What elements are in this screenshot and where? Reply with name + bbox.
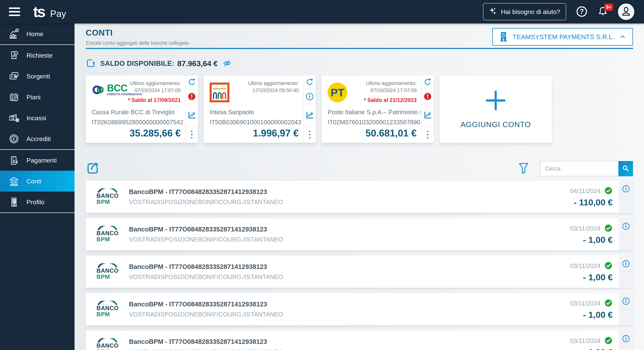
account-card-bcc: Ultimo aggiornamento: 07/10/2024 17:07:0… xyxy=(86,76,198,143)
row-expand-area[interactable] xyxy=(619,347,633,350)
company-selector[interactable]: TEAMSYSTEM PAYMENTS S.R.L. xyxy=(492,28,633,46)
intesa-logo xyxy=(210,82,230,102)
chart-button[interactable] xyxy=(186,104,198,126)
svg-text:€: € xyxy=(15,52,16,55)
topbar: ts Pay Hai bisogno di aiuto? ? 9+ xyxy=(0,0,644,24)
transaction-date: 04/11/2024 xyxy=(570,188,600,194)
sources-icon xyxy=(8,70,20,82)
sidebar-item-accrediti[interactable]: € Accrediti xyxy=(0,128,74,149)
card-actions xyxy=(303,76,316,143)
searchbar xyxy=(540,161,633,176)
notifications-button[interactable]: 9+ xyxy=(598,6,608,18)
ts-logo: ts xyxy=(33,4,44,20)
success-icon xyxy=(604,224,613,233)
chart-button[interactable] xyxy=(304,104,316,126)
info-button[interactable] xyxy=(619,293,633,309)
avatar[interactable] xyxy=(618,4,634,20)
success-icon xyxy=(604,186,613,196)
account-iban: IT02M0760103200001233567890 xyxy=(328,119,420,126)
bcc-logo: BCC CREDITO COOPERATIVO xyxy=(92,82,142,97)
sidebar-item-conti[interactable]: Conti xyxy=(0,171,74,192)
more-button[interactable] xyxy=(304,126,316,143)
transaction-row: BANCO BPM BancoBPM - IT77O08482833528714… xyxy=(86,181,633,213)
alert-status-icon xyxy=(422,89,434,104)
page-title: CONTI xyxy=(86,28,189,38)
transaction-row: BANCO BPM BancoBPM - IT77O08482833528714… xyxy=(86,293,633,325)
transaction-amount: - 1,00 € xyxy=(583,347,613,350)
sidebar-item-label: Sorgenti xyxy=(26,73,50,80)
sidebar-item-profilo[interactable]: Profilo xyxy=(0,192,74,212)
list-toolbar xyxy=(86,161,633,176)
add-account-label: AGGIUNGI CONTO xyxy=(460,120,531,129)
sidebar-item-pagamenti[interactable]: Pagamenti xyxy=(0,150,74,171)
sidebar-item-piani[interactable]: € Piani xyxy=(0,87,74,108)
info-button[interactable] xyxy=(619,330,633,347)
notification-badge: 9+ xyxy=(604,4,613,11)
row-expand-area[interactable] xyxy=(619,234,633,250)
transaction-list: BANCO BPM BancoBPM - IT77O08482833528714… xyxy=(86,181,633,350)
sidebar-item-label: Pagamenti xyxy=(26,157,57,164)
success-icon xyxy=(604,299,613,308)
profile-icon xyxy=(8,196,20,208)
company-selector-label: TEAMSYSTEM PAYMENTS S.R.L. xyxy=(508,33,619,41)
bancobpm-logo: BANCO BPM xyxy=(96,188,121,205)
transaction-row: BANCO BPM BancoBPM - IT77O08482833528714… xyxy=(86,218,633,250)
transaction-side-panel xyxy=(619,330,633,350)
menu-icon[interactable] xyxy=(9,8,20,16)
sidebar-item-label: Profilo xyxy=(26,198,44,206)
info-button[interactable] xyxy=(619,181,633,197)
row-expand-area[interactable] xyxy=(619,309,633,325)
more-button[interactable] xyxy=(186,126,198,143)
poste-logo: PT xyxy=(328,82,347,102)
info-button[interactable] xyxy=(304,89,316,104)
search-input[interactable] xyxy=(540,161,618,176)
sidebar-item-richieste[interactable]: € Richieste xyxy=(0,45,74,66)
help-button[interactable]: Hai bisogno di aiuto? xyxy=(483,3,566,20)
payments-icon xyxy=(8,154,20,166)
sidebar: € Home € Richieste Sorgenti € Piani Inca… xyxy=(0,24,74,350)
alert-status-icon xyxy=(186,89,198,104)
success-icon xyxy=(604,261,613,270)
transaction-side-panel xyxy=(619,218,633,250)
info-button[interactable] xyxy=(619,256,633,272)
home-icon: € xyxy=(8,28,20,40)
sidebar-divider xyxy=(0,212,74,213)
transaction-title: BancoBPM - IT77O0848283352871412938123 xyxy=(129,338,283,345)
card-actions xyxy=(421,76,434,143)
question-icon: ? xyxy=(576,6,588,18)
sidebar-item-incassi[interactable]: Incassi xyxy=(0,108,74,128)
add-account-card[interactable]: AGGIUNGI CONTO xyxy=(440,76,552,143)
update-value: 17/10/2024 09:50:40 xyxy=(248,87,299,94)
collections-icon xyxy=(8,112,20,124)
search-button[interactable] xyxy=(618,161,633,176)
user-icon xyxy=(621,6,632,18)
update-label: Ultimo aggiornamento: xyxy=(248,80,299,87)
refresh-button[interactable] xyxy=(422,76,434,89)
bancobpm-logo: BANCO BPM xyxy=(96,338,121,350)
hide-balance-button[interactable] xyxy=(222,58,232,68)
svg-text:€: € xyxy=(16,29,18,32)
chart-button[interactable] xyxy=(422,104,434,126)
account-balance: 50.681,01 € xyxy=(366,128,417,139)
sidebar-item-label: Incassi xyxy=(26,114,46,122)
stale-balance-alert: * Saldo al 21/12/2023 xyxy=(364,97,417,103)
filter-icon[interactable] xyxy=(518,162,530,175)
transaction-side-panel xyxy=(619,256,633,288)
card-actions xyxy=(185,76,198,143)
transaction-amount: - 1,00 € xyxy=(583,310,613,320)
refresh-button[interactable] xyxy=(304,76,316,89)
bcc-logo-subtext: CREDITO COOPERATIVO xyxy=(107,93,142,96)
export-button[interactable] xyxy=(86,161,100,176)
sidebar-item-sorgenti[interactable]: Sorgenti xyxy=(0,66,74,87)
row-expand-area[interactable] xyxy=(619,197,633,213)
question-button[interactable]: ? xyxy=(576,6,588,18)
balance-row: SALDO DISPONIBILE: 87.963,64 € xyxy=(86,58,633,69)
more-button[interactable] xyxy=(422,126,434,143)
sidebar-item-label: Richieste xyxy=(26,52,52,59)
refresh-button[interactable] xyxy=(186,76,198,89)
info-button[interactable] xyxy=(619,218,633,234)
sidebar-item-home[interactable]: € Home xyxy=(0,24,74,44)
row-expand-area[interactable] xyxy=(619,272,633,288)
transaction-date: 03/11/2024 xyxy=(570,337,600,344)
credits-icon: € xyxy=(8,133,20,145)
